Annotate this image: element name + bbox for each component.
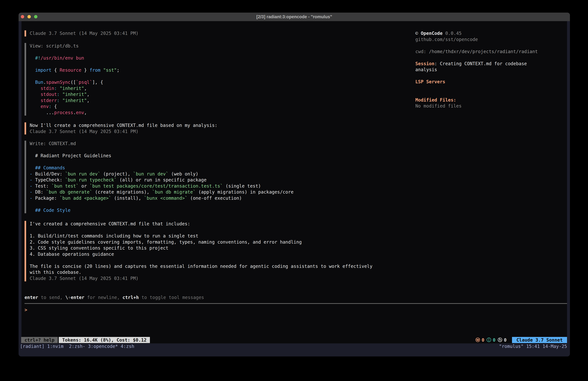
tmux-window-list[interactable]: [radiant] 1:nvim 2:zsh- 3:opencode* 4:zs… — [20, 343, 134, 350]
terminal-line — [30, 227, 372, 233]
status-right-group: ⓦ0 ⓘ0 ⓗ0 Claude 3.7 Sonnet — [476, 337, 567, 343]
tokens-cost-badge: Tokens: 16.4K (8%), Cost: $0.12 — [59, 337, 150, 343]
terminal-line: No modified files — [415, 103, 567, 109]
terminal-line: stdout: "inherit", — [30, 91, 119, 97]
status-bar: ctrl+? help Tokens: 16.4K (8%), Cost: $0… — [21, 337, 567, 343]
terminal-line: Claude 3.7 Sonnet (14 May 2025 03:41 PM) — [30, 129, 217, 135]
terminal-line: - Test: `bun test` or `bun test packages… — [30, 183, 294, 189]
hint-count: ⓗ0 — [498, 337, 507, 343]
window-titlebar[interactable]: [2/3] radiant:3:opencode - "romulus" — [19, 13, 570, 21]
terminal-line: Write: CONTEXT.md — [30, 141, 294, 147]
terminal-line — [415, 85, 567, 91]
info-count: ⓘ0 — [487, 337, 496, 343]
terminal-line: 2. Code style guidelines covering import… — [30, 239, 372, 245]
terminal-line: LSP Servers — [415, 79, 567, 85]
terminal-line — [30, 257, 372, 263]
assistant-message: Now I'll create a comprehensive CONTEXT.… — [24, 122, 217, 134]
warning-icon: ⓦ — [476, 337, 480, 343]
terminal-line: #!/usr/bin/env bun — [30, 55, 119, 61]
info-icon: ⓘ — [487, 337, 491, 343]
terminal-line: ## Code Style — [30, 207, 294, 213]
model-badge: Claude 3.7 Sonnet — [512, 337, 567, 343]
terminal-line: stderr: "inherit", — [30, 97, 119, 104]
terminal-line: Claude 3.7 Sonnet (14 May 2025 03:41 PM) — [30, 275, 372, 282]
terminal-line: stdin: "inherit", — [30, 85, 119, 91]
terminal-line: Modified Files: — [415, 97, 567, 103]
terminal-line — [415, 43, 567, 49]
warning-count: ⓦ0 — [476, 337, 484, 343]
terminal-line: cwd: /home/thdxr/dev/projects/radiant/ra… — [415, 49, 567, 55]
terminal-line: - Build/Dev: `bun run dev` (project), `b… — [30, 171, 294, 177]
terminal-line — [30, 201, 294, 207]
terminal-line: View: script/db.ts — [30, 43, 119, 49]
terminal-line — [30, 73, 119, 79]
terminal-line — [30, 49, 119, 55]
prompt-input[interactable]: > — [24, 307, 27, 313]
prompt-caret: > — [24, 307, 27, 313]
terminal-line — [30, 159, 294, 165]
terminal-line: env: { — [30, 104, 119, 110]
terminal-line — [30, 147, 294, 153]
terminal-line — [30, 61, 119, 67]
tmux-status-bar: [radiant] 1:nvim 2:zsh- 3:opencode* 4:zs… — [20, 343, 567, 350]
terminal-line: ...process.env, — [30, 110, 119, 116]
terminal-line: with this codebase. — [30, 269, 372, 275]
window-title: [2/3] radiant:3:opencode - "romulus" — [19, 13, 570, 21]
terminal-line: github.com/sst/opencode — [415, 37, 567, 43]
terminal-line: © OpenCode 0.0.45 — [415, 30, 567, 37]
terminal-line: 1. Build/lint/test commands including ho… — [30, 233, 372, 239]
terminal-line: import { Resource } from "sst"; — [30, 67, 119, 73]
terminal-line: Session: Creating CONTEXT.md for codebas… — [415, 61, 567, 67]
terminal-line — [415, 91, 567, 97]
terminal-line — [415, 73, 567, 79]
input-separator-line — [24, 303, 567, 304]
keybinding-hints: enter to send, \+enter for newline, ctrl… — [24, 294, 204, 301]
terminal-line: Claude 3.7 Sonnet (14 May 2025 03:41 PM) — [30, 30, 138, 37]
terminal-line: Bun.spawnSync([`psql`], { — [30, 79, 119, 85]
terminal-window: [2/3] radiant:3:opencode - "romulus" Cla… — [19, 13, 570, 357]
terminal-line: The file is concise (20 lines) and captu… — [30, 263, 372, 269]
terminal-line: Now I'll create a comprehensive CONTEXT.… — [30, 122, 217, 129]
terminal-line — [415, 55, 567, 61]
diagnostics-group: ⓦ0 ⓘ0 ⓗ0 — [476, 337, 507, 343]
terminal-line: # Radiant Project Guidelines — [30, 153, 294, 159]
tool-call-write-file: Write: CONTEXT.md # Radiant Project Guid… — [24, 141, 294, 213]
terminal-line: 4. Database operations guidance — [30, 251, 372, 257]
tool-call-view-file: View: script/db.ts #!/usr/bin/env bun im… — [24, 43, 119, 116]
terminal-line: - TypeCheck: `bun run typecheck` (all) o… — [30, 177, 294, 183]
hint-icon: ⓗ — [498, 337, 502, 343]
tmux-session-clock: "romulus" 15:41 14-May-25 — [499, 343, 567, 350]
terminal-line: - Package: `bun add <package>` (install)… — [30, 195, 294, 201]
terminal-line: - DB: `bun db generate` (create migratio… — [30, 189, 294, 195]
help-badge: ctrl+? help — [21, 337, 58, 343]
terminal-line: 3. CSS styling conventions specific to t… — [30, 245, 372, 251]
assistant-message-header: Claude 3.7 Sonnet (14 May 2025 03:41 PM) — [24, 30, 138, 37]
assistant-message: I've created a comprehensive CONTEXT.md … — [24, 221, 372, 281]
terminal-line: ## Commands — [30, 165, 294, 171]
terminal-line: I've created a comprehensive CONTEXT.md … — [30, 221, 372, 227]
info-sidebar: © OpenCode 0.0.45github.com/sst/opencode… — [415, 30, 567, 109]
terminal-line: analysis — [415, 67, 567, 73]
